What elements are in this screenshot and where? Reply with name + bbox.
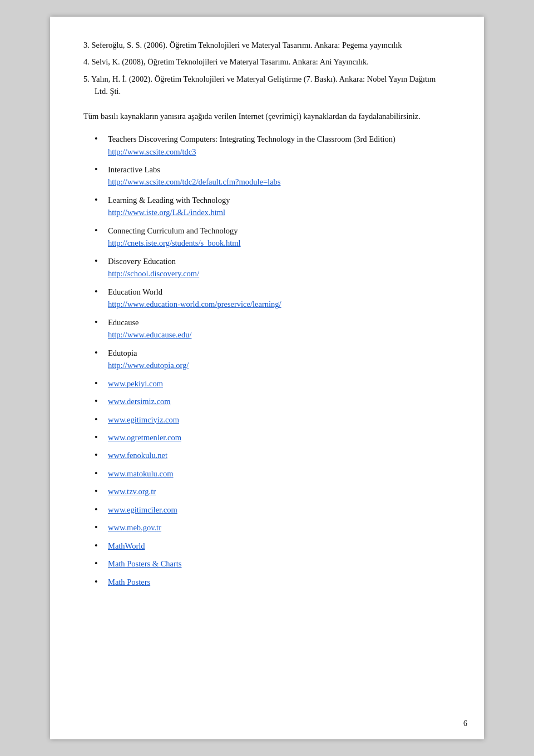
item-title: Education World: [108, 286, 451, 298]
item-title: Discovery Education: [108, 255, 451, 267]
item-url-plain[interactable]: www.dersimiz.com: [108, 395, 451, 407]
item-url-plain[interactable]: www.egitimciler.com: [108, 504, 451, 516]
list-item: www.matokulu.com: [95, 467, 451, 480]
item-url-plain[interactable]: www.fenokulu.net: [108, 449, 451, 461]
item-url-plain[interactable]: www.egitimciyiz.com: [108, 414, 451, 426]
content: 3. Seferoğlu, S. S. (2006). Öğretim Tekn…: [83, 39, 451, 588]
item-url[interactable]: http://cnets.iste.org/students/s_book.ht…: [108, 237, 451, 249]
item-title: Educause: [108, 316, 451, 329]
page-number: 6: [463, 719, 467, 728]
item-url[interactable]: http://www.scsite.com/tdc3: [108, 146, 451, 158]
list-item: www.egitimciler.com: [95, 504, 451, 516]
list-item: Learning & Leading with Technology http:…: [95, 194, 451, 219]
list-item: www.meb.gov.tr: [95, 521, 451, 534]
item-url[interactable]: http://www.iste.org/L&L/index.html: [108, 206, 451, 218]
list-item: www.dersimiz.com: [95, 395, 451, 407]
list-item: Edutopia http://www.edutopia.org/: [95, 347, 451, 372]
item-title: Edutopia: [108, 347, 451, 359]
list-item: Teachers Discovering Computers: Integrat…: [95, 133, 451, 158]
list-item: Math Posters & Charts: [95, 558, 451, 570]
item-title: Learning & Leading with Technology: [108, 194, 451, 206]
item-title: Interactive Labs: [108, 163, 451, 176]
list-item: www.egitimciyiz.com: [95, 414, 451, 426]
page: 3. Seferoğlu, S. S. (2006). Öğretim Tekn…: [50, 17, 484, 739]
item-url[interactable]: http://school.discovery.com/: [108, 267, 451, 280]
list-item: Math Posters: [95, 576, 451, 588]
reference-4: 4. Selvi, K. (2008), Öğretim Teknolojile…: [95, 56, 451, 68]
item-url[interactable]: http://www.educause.edu/: [108, 329, 451, 341]
references-section: 3. Seferoğlu, S. S. (2006). Öğretim Tekn…: [83, 39, 451, 98]
math-posters-charts-link[interactable]: Math Posters & Charts: [108, 558, 451, 570]
intro-paragraph: Tüm basılı kaynakların yanısıra aşağıda …: [83, 110, 451, 123]
item-url-plain[interactable]: www.matokulu.com: [108, 467, 451, 480]
list-item: www.fenokulu.net: [95, 449, 451, 461]
item-url-plain[interactable]: www.meb.gov.tr: [108, 521, 451, 534]
math-posters-link[interactable]: Math Posters: [108, 576, 451, 588]
reference-3: 3. Seferoğlu, S. S. (2006). Öğretim Tekn…: [95, 39, 451, 51]
item-url[interactable]: http://www.education-world.com/preservic…: [108, 298, 451, 310]
list-item: Education World http://www.education-wor…: [95, 286, 451, 311]
item-url-plain[interactable]: MathWorld: [108, 540, 451, 552]
item-url-plain[interactable]: www.pekiyi.com: [108, 377, 451, 390]
reference-5: 5. Yalın, H. İ. (2002). Öğretim Teknoloj…: [95, 73, 451, 98]
item-title: Teachers Discovering Computers: Integrat…: [108, 133, 451, 158]
list-item: www.ogretmenler.com: [95, 431, 451, 444]
item-url[interactable]: http://www.edutopia.org/: [108, 359, 451, 371]
list-item: Educause http://www.educause.edu/: [95, 316, 451, 341]
list-item: www.pekiyi.com: [95, 377, 451, 390]
resources-list: Teachers Discovering Computers: Integrat…: [83, 133, 451, 588]
item-title: Connecting Curriculum and Technology: [108, 225, 451, 237]
list-item: MathWorld: [95, 540, 451, 552]
list-item: Interactive Labs http://www.scsite.com/t…: [95, 163, 451, 188]
list-item: www.tzv.org.tr: [95, 485, 451, 498]
list-item: Discovery Education http://school.discov…: [95, 255, 451, 280]
item-url[interactable]: http://www.scsite.com/tdc2/default.cfm?m…: [108, 176, 451, 188]
item-url-plain[interactable]: www.tzv.org.tr: [108, 485, 451, 498]
item-url-plain[interactable]: www.ogretmenler.com: [108, 431, 451, 444]
list-item: Connecting Curriculum and Technology htt…: [95, 225, 451, 250]
